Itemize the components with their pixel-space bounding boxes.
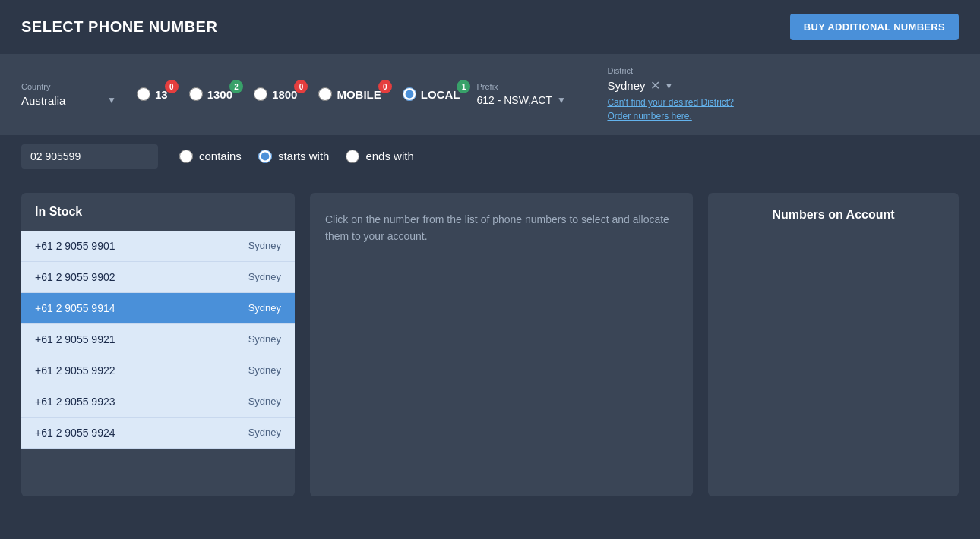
label-local: LOCAL bbox=[421, 88, 460, 101]
filter-contains[interactable]: contains bbox=[179, 150, 242, 163]
phone-number-value: +61 2 9055 9922 bbox=[35, 364, 115, 377]
prefix-dropdown[interactable]: 612 - NSW,ACT ▼ bbox=[476, 94, 598, 106]
prefix-chevron-icon: ▼ bbox=[557, 95, 566, 106]
number-type-1300[interactable]: 2 1300 bbox=[189, 87, 232, 101]
prefix-value: 612 - NSW,ACT bbox=[476, 94, 552, 106]
district-clear-icon[interactable]: ✕ bbox=[650, 78, 660, 93]
search-section: contains starts with ends with bbox=[0, 135, 980, 178]
radio-1800[interactable] bbox=[254, 87, 267, 101]
number-types-group: 0 13 2 1300 0 1800 0 MOBILE 1 LOCAL bbox=[137, 87, 467, 101]
radio-starts-with[interactable] bbox=[258, 150, 272, 163]
label-contains: contains bbox=[199, 150, 242, 162]
phone-list-item[interactable]: +61 2 9055 9914Sydney bbox=[21, 293, 295, 324]
filter-starts-with[interactable]: starts with bbox=[258, 150, 330, 163]
country-select[interactable]: Australia United States United Kingdom C… bbox=[21, 94, 103, 107]
country-select-wrapper[interactable]: Australia United States United Kingdom C… bbox=[21, 94, 128, 107]
phone-number-value: +61 2 9055 9914 bbox=[35, 302, 115, 314]
page-title: SELECT PHONE NUMBER bbox=[21, 18, 217, 36]
search-filter-group: contains starts with ends with bbox=[179, 150, 414, 163]
phone-number-value: +61 2 9055 9921 bbox=[35, 333, 115, 345]
badge-1300: 2 bbox=[229, 80, 243, 93]
phone-district-value: Sydney bbox=[248, 302, 281, 314]
phone-district-value: Sydney bbox=[248, 333, 281, 345]
phone-list-item[interactable]: +61 2 9055 9921Sydney bbox=[21, 324, 295, 355]
district-order-link[interactable]: Can't find your desired District? Order … bbox=[607, 97, 733, 121]
label-mobile: MOBILE bbox=[337, 88, 381, 101]
phone-district-value: Sydney bbox=[248, 240, 281, 251]
country-label: Country bbox=[21, 82, 128, 91]
label-ends-with: ends with bbox=[365, 150, 413, 162]
district-group: District Sydney ✕ ▼ Can't find your desi… bbox=[607, 66, 733, 123]
phone-district-value: Sydney bbox=[248, 396, 281, 407]
district-link-group: Can't find your desired District? Order … bbox=[607, 96, 733, 123]
number-type-mobile[interactable]: 0 MOBILE bbox=[318, 87, 381, 101]
label-starts-with: starts with bbox=[278, 150, 330, 162]
in-stock-header: In Stock bbox=[21, 193, 295, 231]
phone-list-item[interactable]: +61 2 9055 9922Sydney bbox=[21, 355, 295, 386]
badge-mobile: 0 bbox=[378, 80, 392, 93]
district-inner: Sydney ✕ ▼ bbox=[607, 78, 733, 93]
badge-13: 0 bbox=[165, 80, 179, 93]
phone-list-item[interactable]: +61 2 9055 9924Sydney bbox=[21, 418, 295, 449]
info-panel: Click on the number from the list of pho… bbox=[310, 193, 693, 496]
phone-number-value: +61 2 9055 9924 bbox=[35, 427, 115, 439]
numbers-on-account-panel: Numbers on Account bbox=[708, 193, 959, 496]
info-text: Click on the number from the list of pho… bbox=[325, 211, 678, 245]
radio-ends-with[interactable] bbox=[346, 150, 359, 163]
radio-contains[interactable] bbox=[179, 150, 193, 163]
buy-additional-numbers-button[interactable]: BUY ADDITIONAL NUMBERS bbox=[790, 14, 959, 40]
search-input[interactable] bbox=[21, 144, 158, 169]
radio-local[interactable] bbox=[403, 87, 416, 101]
phone-number-value: +61 2 9055 9923 bbox=[35, 396, 115, 408]
phone-district-value: Sydney bbox=[248, 271, 281, 282]
main-content: In Stock +61 2 9055 9901Sydney+61 2 9055… bbox=[0, 178, 980, 512]
radio-mobile[interactable] bbox=[318, 87, 332, 101]
number-type-local[interactable]: 1 LOCAL bbox=[403, 87, 460, 101]
phone-number-value: +61 2 9055 9902 bbox=[35, 271, 115, 283]
district-label: District bbox=[607, 66, 733, 75]
district-value: Sydney bbox=[607, 79, 645, 92]
badge-local: 1 bbox=[457, 80, 470, 93]
number-type-1800[interactable]: 0 1800 bbox=[254, 87, 297, 101]
label-1300: 1300 bbox=[207, 88, 232, 101]
phone-number-value: +61 2 9055 9901 bbox=[35, 240, 115, 252]
phone-district-value: Sydney bbox=[248, 364, 281, 376]
phone-district-value: Sydney bbox=[248, 427, 281, 438]
radio-1300[interactable] bbox=[189, 87, 203, 101]
label-1800: 1800 bbox=[272, 88, 297, 101]
district-chevron-icon[interactable]: ▼ bbox=[665, 80, 674, 91]
phone-list-item[interactable]: +61 2 9055 9923Sydney bbox=[21, 386, 295, 418]
radio-13[interactable] bbox=[137, 87, 150, 101]
filter-ends-with[interactable]: ends with bbox=[346, 150, 413, 163]
numbers-on-account-header: Numbers on Account bbox=[723, 208, 944, 222]
in-stock-panel: In Stock +61 2 9055 9901Sydney+61 2 9055… bbox=[21, 193, 295, 496]
filters-section: Country Australia United States United K… bbox=[0, 54, 980, 135]
country-chevron-icon: ▼ bbox=[107, 95, 116, 106]
number-type-13[interactable]: 0 13 bbox=[137, 87, 168, 101]
badge-1800: 0 bbox=[294, 80, 308, 93]
phone-list[interactable]: +61 2 9055 9901Sydney+61 2 9055 9902Sydn… bbox=[21, 231, 295, 449]
page-header: SELECT PHONE NUMBER BUY ADDITIONAL NUMBE… bbox=[0, 0, 980, 54]
country-group: Country Australia United States United K… bbox=[21, 82, 128, 107]
prefix-group: Prefix 612 - NSW,ACT ▼ bbox=[476, 82, 598, 106]
phone-list-item[interactable]: +61 2 9055 9901Sydney bbox=[21, 231, 295, 262]
prefix-label: Prefix bbox=[476, 82, 598, 91]
phone-list-item[interactable]: +61 2 9055 9902Sydney bbox=[21, 262, 295, 293]
